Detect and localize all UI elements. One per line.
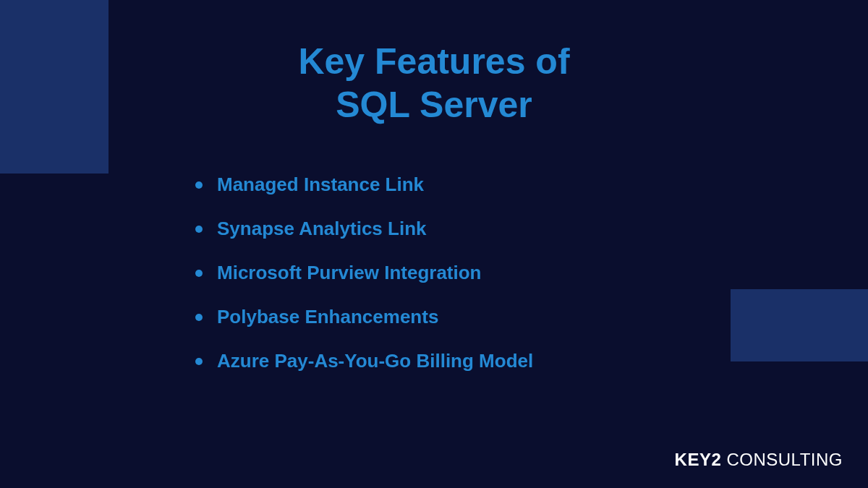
- title-line-2: SQL Server: [336, 85, 532, 125]
- feature-text: Polybase Enhancements: [217, 306, 438, 328]
- brand-name-bold: KEY2: [675, 450, 722, 469]
- decorative-shape-right: [731, 289, 868, 361]
- feature-text: Managed Instance Link: [217, 174, 424, 195]
- list-item: Azure Pay-As-You-Go Billing Model: [195, 350, 533, 372]
- brand-name-light: CONSULTING: [721, 450, 843, 469]
- slide-title: Key Features of SQL Server: [0, 40, 868, 127]
- feature-list: Managed Instance Link Synapse Analytics …: [195, 174, 533, 394]
- list-item: Managed Instance Link: [195, 174, 533, 196]
- list-item: Microsoft Purview Integration: [195, 262, 533, 284]
- feature-text: Microsoft Purview Integration: [217, 262, 482, 283]
- feature-text: Azure Pay-As-You-Go Billing Model: [217, 350, 533, 372]
- feature-text: Synapse Analytics Link: [217, 218, 426, 239]
- brand-logo: KEY2 CONSULTING: [675, 450, 843, 470]
- list-item: Polybase Enhancements: [195, 306, 533, 328]
- title-line-1: Key Features of: [298, 41, 569, 82]
- list-item: Synapse Analytics Link: [195, 218, 533, 240]
